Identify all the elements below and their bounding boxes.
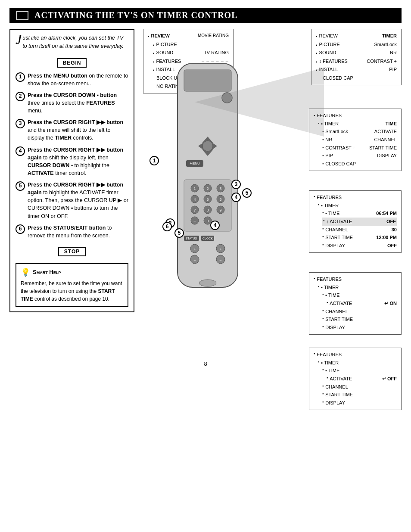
m5-features: ▪ FEATURES [314, 275, 397, 283]
svg-text:MENU: MENU [190, 162, 200, 165]
svg-text:–: – [193, 219, 196, 223]
stop-badge: STOP [58, 247, 86, 256]
step-overlay-5a: 5 [242, 188, 252, 198]
sixth-menu-screen: ▪ FEATURES ▪ ▪ TIMER ▪ ▪ TIME ▪ ACTIVATE [309, 348, 402, 410]
stop-section: STOP [16, 247, 128, 256]
svg-text:6: 6 [219, 197, 221, 202]
fifth-menu-screen: ▪ FEATURES ▪ ▪ TIMER ▪ ▪ TIME ▪ ACTIVATE [309, 272, 402, 335]
step-6-text: Press the STATUS/EXIT button to remove t… [28, 224, 128, 240]
m5-channel: ▪ CHANNEL [322, 308, 397, 316]
svg-point-2 [222, 93, 232, 103]
svg-text:4: 4 [193, 197, 196, 202]
title-bar: Activating the TV's On Timer Control [9, 8, 402, 23]
m5-time: ▪ ▪ TIME [322, 291, 397, 299]
svg-point-30 [202, 141, 213, 151]
third-menu-screen: ▪ FEATURES ▪ ▪ TIMER TIME ▪ SmartLock AC… [309, 109, 402, 171]
menu2-row-picture: ▪ PICTURE SmartLock [316, 40, 397, 49]
begin-badge: BEGIN [57, 58, 86, 68]
m6-time: ▪ ▪ TIME [322, 367, 397, 375]
step-5-text: Press the CURSOR RIGHT ▶▶ button again t… [28, 181, 128, 220]
menu1-row-review: ▪ REVIEW MOVIE RATING [148, 32, 229, 40]
m4-starttime: ▪ START TIME 12:00 PM [322, 233, 397, 242]
svg-rect-1 [184, 70, 231, 91]
menu2-row-sound: ▪ SOUND NR [316, 49, 397, 57]
step-overlay-4b: 4 [210, 221, 220, 230]
m3-closedcap: ▪ CLOSED CAP [322, 160, 397, 168]
svg-text:–: – [220, 258, 222, 262]
smart-help-title: 💡 Smart Help [21, 268, 123, 277]
fourth-menu-screen: ▪ FEATURES ▪ ▪ TIMER ▪ ▪ TIME 06:54 PM ▪ [309, 190, 402, 253]
lightbulb-icon: 💡 [21, 268, 30, 277]
svg-text:0: 0 [206, 219, 209, 223]
svg-text:7: 7 [193, 208, 196, 212]
menu2-row-install: ▪ INSTALL PIP [316, 65, 397, 74]
svg-text:+: + [220, 247, 222, 251]
step-overlay-3: 3 [231, 180, 241, 189]
step-6: 6 Press the STATUS/EXIT button to remove… [16, 224, 128, 240]
m6-activate: ▪ ACTIVATE ↵ OFF [327, 375, 397, 383]
m3-pip: ▪ PIP DISPLAY [322, 152, 397, 160]
step-2-text: Press the CURSOR DOWN ▪ button three tim… [28, 91, 128, 115]
page: Activating the TV's On Timer Control Jus… [0, 0, 411, 532]
step-6-number: 6 [16, 224, 25, 234]
svg-text:CLOCK: CLOCK [202, 237, 213, 240]
second-menu-screen: ▪ REVIEW TIMER ▪ PICTURE SmartLock ▪ SOU… [311, 29, 402, 85]
m4-time: ▪ ▪ TIME 06:54 PM [322, 209, 397, 218]
menu1-row-picture: ▪ PICTURE – – – – – – [153, 40, 229, 49]
menu1-row-sound: ▪ SOUND TV RATING [153, 49, 229, 57]
m3-contrast: ▪ CONTRAST + START TIME [322, 144, 397, 152]
illustration-area: ▪ REVIEW MOVIE RATING ▪ PICTURE – – – – … [139, 29, 402, 352]
m6-timer: ▪ ▪ TIMER [318, 359, 397, 367]
svg-point-45 [199, 280, 216, 286]
tv-icon [16, 11, 28, 20]
step-4-text: Press the CURSOR RIGHT ▶▶ button again t… [28, 146, 128, 177]
m3-smartlock: ▪ SmartLock ACTIVATE [322, 128, 397, 136]
menu2-row-review: ▪ REVIEW TIMER [316, 32, 397, 40]
svg-text:3: 3 [219, 187, 221, 191]
m4-display: ▪ DISPLAY OFF [322, 242, 397, 250]
step-4-number: 4 [16, 146, 25, 156]
m4-activate: ▪ ↕ ACTIVATE OFF [322, 218, 397, 226]
step-overlay-1: 1 [149, 156, 159, 165]
m5-timer: ▪ ▪ TIMER [318, 283, 397, 292]
svg-text:2: 2 [206, 187, 209, 191]
smart-help-text: Remember, be sure to set the time you wa… [21, 280, 123, 303]
svg-text:–: – [194, 258, 196, 262]
m3-timer: ▪ ▪ TIMER TIME [318, 120, 397, 128]
m6-display: ▪ DISPLAY [322, 399, 397, 407]
svg-text:STATUS: STATUS [186, 237, 197, 240]
m6-channel: ▪ CHANNEL [322, 383, 397, 391]
m4-channel: ▪ CHANNEL 30 [322, 226, 397, 234]
instructions-panel: Just like an alarm clock, you can set th… [9, 29, 134, 312]
step-3-number: 3 [16, 119, 25, 128]
m5-display: ▪ DISPLAY [322, 324, 397, 332]
intro-text: Just like an alarm clock, you can set th… [16, 34, 128, 54]
m6-features: ▪ FEATURES [314, 351, 397, 359]
step-overlay-6: 6 [162, 222, 172, 231]
svg-text:1: 1 [193, 187, 196, 191]
step-3-text: Press the CURSOR RIGHT ▶▶ button and the… [28, 118, 128, 142]
m6-starttime: ▪ START TIME [322, 391, 397, 399]
page-title: Activating the TV's On Timer Control [34, 10, 238, 20]
step-overlay-5b: 5 [174, 228, 184, 238]
drop-cap: J [16, 34, 22, 45]
begin-section: BEGIN [16, 58, 128, 68]
m3-features: ▪ FEATURES [314, 112, 397, 120]
svg-text:5: 5 [206, 197, 209, 202]
step-5: 5 Press the CURSOR RIGHT ▶▶ button again… [16, 181, 128, 220]
svg-text:9: 9 [219, 208, 221, 212]
m3-nr: ▪ NR CHANNEL [322, 136, 397, 144]
svg-text:+: + [194, 247, 196, 251]
m5-activate: ▪ ACTIVATE ↵ ON [327, 299, 397, 308]
m5-starttime: ▪ START TIME [322, 315, 397, 324]
step-1: 1 Press the MENU button on the remote to… [16, 72, 128, 87]
step-4: 4 Press the CURSOR RIGHT ▶▶ button again… [16, 146, 128, 177]
step-2-number: 2 [16, 92, 25, 101]
m4-features: ▪ FEATURES [314, 193, 397, 202]
step-overlay-4a: 4 [231, 193, 241, 202]
step-2: 2 Press the CURSOR DOWN ▪ button three t… [16, 91, 128, 115]
menu2-row-closed-cap: CLOSED CAP [316, 74, 397, 82]
menu2-row-features: ▪ ↕ FEATURES CONTRAST + [316, 57, 397, 66]
step-1-text: Press the MENU button on the remote to s… [28, 72, 128, 87]
step-3: 3 Press the CURSOR RIGHT ▶▶ button and t… [16, 118, 128, 142]
